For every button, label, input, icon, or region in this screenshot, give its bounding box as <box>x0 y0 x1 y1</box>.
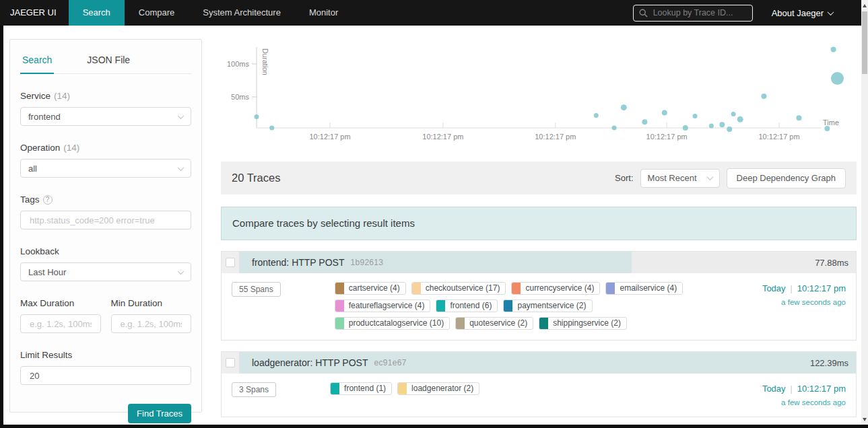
limit-results-box <box>20 366 191 385</box>
scrollbar-up-arrow[interactable] <box>861 1 868 9</box>
service-tag-label: paymentservice (2) <box>512 300 591 312</box>
top-nav: JAEGER UI Search Compare System Architec… <box>0 0 868 26</box>
nav-tab[interactable]: System Architecture <box>189 0 295 26</box>
max-duration-label: Max Duration <box>20 298 74 308</box>
nav-tab[interactable]: Compare <box>125 0 189 26</box>
service-tag: frontend (1) <box>330 382 392 395</box>
service-color-swatch <box>512 283 521 294</box>
svg-text:10:12:17 pm: 10:12:17 pm <box>422 133 463 141</box>
search-panel: Search JSON File Service (14) frontend <box>9 39 202 413</box>
trace-result-card[interactable]: frontend: HTTP POST 1b92613 77.88ms 55 S… <box>221 251 857 341</box>
trace-date-link[interactable]: Today <box>762 384 786 394</box>
span-count-badge: 55 Spans <box>232 282 281 297</box>
nav-tab[interactable]: Search <box>69 0 125 26</box>
service-tag-label: quoteservice (2) <box>465 318 533 329</box>
sort-select[interactable]: Most Recent <box>640 169 720 188</box>
service-tags: frontend (1) loadgenerator (2) <box>330 382 704 395</box>
chevron-down-icon <box>828 9 834 15</box>
service-tag: emailservice (4) <box>605 282 683 295</box>
service-tag-label: loadgenerator (2) <box>407 383 479 394</box>
trace-lookup-box[interactable] <box>633 5 753 22</box>
service-color-swatch <box>398 383 407 394</box>
trace-relative-time: a few seconds ago <box>762 398 846 406</box>
limit-group: Limit Results <box>20 350 191 385</box>
lookback-select[interactable]: Last Hour <box>20 262 191 281</box>
service-color-swatch <box>335 318 344 329</box>
service-tag: frontend (6) <box>436 299 498 312</box>
about-jaeger-menu[interactable]: About Jaeger <box>772 8 833 18</box>
trace-timestamps: Today|10:12:17 pm a few seconds ago <box>762 382 846 406</box>
service-color-swatch <box>436 300 445 312</box>
service-color-swatch <box>412 283 421 294</box>
search-panel-tab[interactable]: JSON File <box>85 48 132 73</box>
nav-tab-label: Monitor <box>309 7 338 17</box>
service-tag-label: productcatalogservice (10) <box>344 318 449 329</box>
service-tag: loadgenerator (2) <box>397 382 479 395</box>
nav-spacer <box>352 0 632 26</box>
trace-title[interactable]: loadgenerator: HTTP POST <box>252 357 368 368</box>
compare-traces-banner-text: Compare traces by selecting result items <box>232 217 415 229</box>
service-color-swatch <box>335 300 344 312</box>
trace-count: 20 Traces <box>232 172 280 184</box>
nav-tab-label: Search <box>83 7 110 17</box>
service-color-swatch <box>539 318 548 329</box>
limit-results-label: Limit Results <box>20 350 72 360</box>
trace-card-header: loadgenerator: HTTP POST ec91e67 122.39m… <box>222 352 856 373</box>
max-duration-box <box>20 314 101 333</box>
nav-tabs: Search Compare System Architecture Monit… <box>69 0 353 26</box>
find-traces-button[interactable]: Find Traces <box>128 404 191 423</box>
service-group: Service (14) frontend <box>20 91 191 126</box>
service-tags: cartservice (4) checkoutservice (17) <box>335 282 709 330</box>
trace-checkbox[interactable] <box>226 258 235 267</box>
scrollbar-down-arrow[interactable] <box>861 415 868 423</box>
service-tag: quoteservice (2) <box>455 317 533 330</box>
search-panel-tab[interactable]: Search <box>20 48 54 74</box>
trace-id: 1b92613 <box>350 258 383 267</box>
service-tag-label: checkoutservice (17) <box>421 283 506 294</box>
trace-card-header: frontend: HTTP POST 1b92613 77.88ms <box>222 252 856 273</box>
trace-duration: 77.88ms <box>815 258 848 268</box>
trace-checkbox-cell <box>222 352 240 373</box>
service-tag: shippingservice (2) <box>539 317 627 330</box>
service-tag-label: frontend (6) <box>445 300 497 312</box>
service-color-swatch <box>456 318 465 329</box>
service-select[interactable]: frontend <box>20 107 191 126</box>
sort-label: Sort: <box>615 173 633 183</box>
svg-text:100ms: 100ms <box>227 60 250 68</box>
service-tag-label: currencyservice (4) <box>521 283 599 294</box>
search-panel-tab-label: Search <box>22 55 52 65</box>
trace-title[interactable]: frontend: HTTP POST <box>252 257 344 268</box>
min-duration-label: Min Duration <box>111 298 163 308</box>
sort-select-value: Most Recent <box>648 173 697 183</box>
nav-tab[interactable]: Monitor <box>295 0 352 26</box>
help-icon[interactable]: ? <box>43 195 53 205</box>
trace-date-link[interactable]: Today <box>762 283 786 293</box>
scrollbar-thumb[interactable] <box>862 11 867 74</box>
limit-results-input[interactable] <box>28 370 183 382</box>
trace-time-link[interactable]: 10:12:17 pm <box>797 283 846 293</box>
tags-input-box <box>20 211 191 229</box>
service-tag-label: shippingservice (2) <box>548 318 626 329</box>
trace-card-body: 55 Spans cartservice (4) <box>222 273 856 340</box>
page-scrollbar[interactable] <box>861 0 868 425</box>
tags-input[interactable] <box>28 215 183 226</box>
trace-duration: 122.39ms <box>810 358 848 368</box>
operation-select[interactable]: all <box>20 159 191 178</box>
duration-scatter-plot[interactable]: 50ms100ms10:12:17 pm10:12:17 pm10:12:17 … <box>221 37 857 153</box>
min-duration-input[interactable] <box>119 318 184 330</box>
trace-result-card[interactable]: loadgenerator: HTTP POST ec91e67 122.39m… <box>221 351 857 417</box>
service-color-swatch <box>335 283 344 294</box>
main-content: 50ms100ms10:12:17 pm10:12:17 pm10:12:17 … <box>221 26 861 425</box>
trace-checkbox[interactable] <box>226 358 235 367</box>
trace-lookup-input[interactable] <box>652 7 747 18</box>
deep-dependency-graph-button[interactable]: Deep Dependency Graph <box>727 168 846 188</box>
service-tag: cartservice (4) <box>335 282 406 295</box>
app-brand[interactable]: JAEGER UI <box>0 0 69 26</box>
results-header-bar: 20 Traces Sort: Most Recent Deep Depende… <box>221 162 857 194</box>
trace-id: ec91e67 <box>374 358 406 367</box>
operation-count: (14) <box>63 143 79 153</box>
trace-time-link[interactable]: 10:12:17 pm <box>797 384 846 394</box>
service-tag: featureflagservice (4) <box>335 299 431 312</box>
trace-timestamps: Today|10:12:17 pm a few seconds ago <box>762 282 846 306</box>
max-duration-input[interactable] <box>28 318 93 330</box>
